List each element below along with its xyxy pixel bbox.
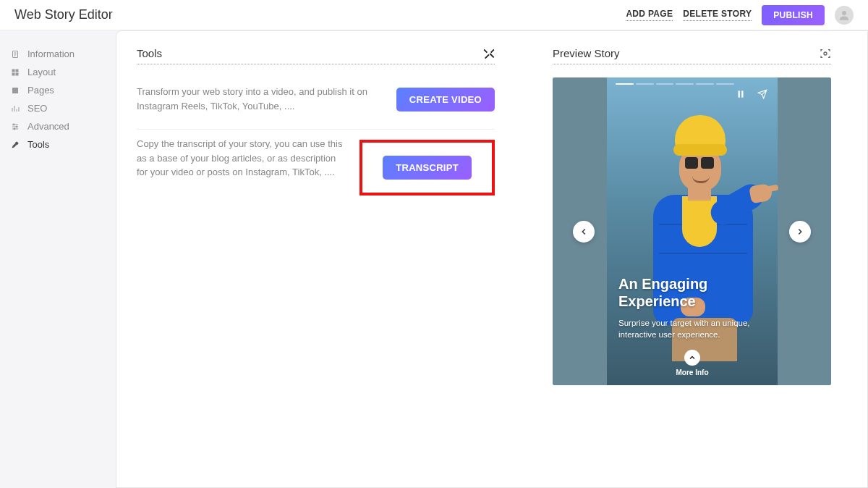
- layout-icon: [10, 67, 20, 77]
- tools-icon: [10, 140, 20, 150]
- page-title: Web Story Editor: [14, 7, 113, 22]
- doc-icon: [10, 49, 20, 59]
- chart-icon: [10, 104, 20, 114]
- delete-story-link[interactable]: DELETE STORY: [683, 9, 752, 21]
- tools-panel-title: Tools: [137, 47, 162, 59]
- svg-point-17: [13, 124, 14, 125]
- svg-rect-5: [12, 69, 15, 72]
- svg-point-18: [16, 126, 17, 127]
- svg-rect-9: [12, 88, 18, 93]
- svg-point-20: [824, 52, 827, 55]
- chevron-up-icon: [688, 353, 697, 362]
- sidebar-item-label: Pages: [27, 85, 54, 96]
- create-video-button[interactable]: CREATE VIDEO: [396, 88, 495, 112]
- svg-point-19: [14, 128, 15, 130]
- sidebar-item-seo[interactable]: SEO: [0, 99, 116, 117]
- svg-point-0: [842, 11, 846, 15]
- preview-panel-title: Preview Story: [553, 47, 620, 59]
- tool-row-transcript: Copy the transcript of your story, you c…: [137, 130, 495, 211]
- svg-rect-7: [12, 72, 15, 75]
- story-progress: [616, 83, 734, 85]
- add-page-link[interactable]: ADD PAGE: [626, 9, 673, 21]
- svg-rect-22: [741, 91, 743, 97]
- tool-description: Transform your web story into a video, a…: [137, 85, 382, 113]
- sidebar-item-label: Tools: [27, 139, 49, 150]
- tool-row-create-video: Transform your web story into a video, a…: [137, 77, 495, 130]
- sidebar-item-layout[interactable]: Layout: [0, 63, 116, 81]
- sidebar-item-label: Information: [27, 49, 75, 59]
- transcript-button[interactable]: TRANSCRIPT: [383, 156, 472, 180]
- header-actions: ADD PAGE DELETE STORY PUBLISH: [626, 5, 854, 25]
- highlight-annotation: TRANSCRIPT: [359, 140, 495, 195]
- next-slide-button[interactable]: [789, 221, 811, 243]
- sidebar-item-label: SEO: [27, 103, 47, 114]
- tools-panel: Tools Transform your web story into a vi…: [137, 47, 495, 471]
- tools-icon: [483, 48, 495, 59]
- sidebar-item-label: Layout: [27, 67, 56, 77]
- svg-rect-8: [16, 72, 19, 75]
- pages-icon: [10, 85, 20, 96]
- scan-icon[interactable]: [820, 48, 831, 59]
- story-more-info[interactable]: More Info: [607, 350, 778, 376]
- share-icon[interactable]: [757, 89, 767, 102]
- sidebar-item-tools[interactable]: Tools: [0, 135, 116, 153]
- svg-rect-6: [16, 69, 19, 72]
- svg-rect-21: [739, 91, 740, 97]
- story-caption: Surprise your target with an unique, int…: [618, 317, 766, 340]
- chevron-left-icon: [579, 227, 589, 237]
- sidebar-item-pages[interactable]: Pages: [0, 81, 116, 99]
- sliders-icon: [10, 122, 20, 132]
- sidebar-item-information[interactable]: Information: [0, 45, 116, 63]
- story-slide[interactable]: An Engaging Experience Surprise your tar…: [607, 77, 778, 385]
- more-info-label: More Info: [607, 369, 778, 376]
- preview-panel: Preview Story: [553, 47, 831, 471]
- sidebar-item-label: Advanced: [27, 121, 69, 132]
- story-preview: An Engaging Experience Surprise your tar…: [553, 77, 831, 385]
- prev-slide-button[interactable]: [573, 221, 595, 243]
- publish-button[interactable]: PUBLISH: [762, 5, 825, 25]
- sidebar: Information Layout Pages SEO Advanced To…: [0, 30, 116, 488]
- sidebar-item-advanced[interactable]: Advanced: [0, 117, 116, 135]
- pause-icon[interactable]: [736, 89, 746, 102]
- story-heading: An Engaging Experience: [618, 275, 766, 310]
- avatar[interactable]: [835, 6, 854, 25]
- tool-description: Copy the transcript of your story, you c…: [137, 137, 345, 180]
- user-icon: [838, 9, 851, 22]
- chevron-right-icon: [795, 227, 805, 237]
